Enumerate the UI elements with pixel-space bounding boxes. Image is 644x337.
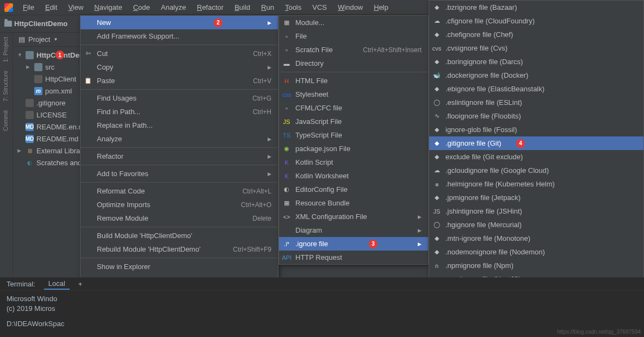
terminal-body[interactable]: Microsoft Windo (c) 2019 Micros D:\IDEAW… bbox=[0, 291, 644, 332]
menu-item-label: Add to Favorites bbox=[97, 170, 148, 178]
menubar-item-navigate[interactable]: Navigate bbox=[89, 1, 127, 14]
context-item[interactable]: Find in Path...Ctrl+H bbox=[81, 105, 278, 118]
ignore-item[interactable]: ☁.gcloudignore file (Google Cloud) bbox=[429, 164, 643, 177]
ignore-item[interactable]: JS.jshintignore file (JSHint) bbox=[429, 204, 643, 218]
new-item[interactable]: ▫CFML/CFC file bbox=[279, 101, 428, 115]
ignore-item[interactable]: ◆.bzrignore file (Bazaar) bbox=[429, 1, 643, 14]
ignore-item[interactable]: ◆.jpmignore file (Jetpack) bbox=[429, 191, 643, 204]
menubar-item-window[interactable]: Window bbox=[332, 1, 368, 14]
menu-item-label: .helmignore file (Kubernetes Helm) bbox=[445, 180, 555, 188]
menubar-item-code[interactable]: Code bbox=[128, 1, 156, 14]
annotation-badge: 3 bbox=[369, 240, 377, 248]
context-item[interactable]: Replace in Path... bbox=[81, 118, 278, 132]
stripe-button-structure[interactable]: 7: Structure bbox=[0, 66, 11, 106]
new-item[interactable]: ◐EditorConfig File bbox=[279, 183, 428, 196]
ignore-item[interactable]: ◆ignore-glob file (Fossil) bbox=[429, 123, 643, 136]
menu-item-label: Diagram bbox=[295, 226, 322, 234]
context-item[interactable]: Optimize ImportsCtrl+Alt+O bbox=[81, 198, 278, 211]
menu-item-icon: ☁ bbox=[432, 166, 441, 175]
context-item[interactable]: Find UsagesCtrl+G bbox=[81, 91, 278, 105]
menubar-item-vcs[interactable]: VCS bbox=[307, 1, 332, 14]
new-item[interactable]: ▦Resource Bundle bbox=[279, 196, 428, 210]
new-item[interactable]: ▫Scratch FileCtrl+Alt+Shift+Insert bbox=[279, 43, 428, 57]
new-item[interactable]: cssStylesheet bbox=[279, 88, 428, 101]
new-item[interactable]: KKotlin Worksheet bbox=[279, 169, 428, 183]
context-item[interactable]: Add to Favorites▶ bbox=[81, 167, 278, 180]
menu-item-label: .ebignore file (ElasticBeanstalk) bbox=[445, 85, 544, 93]
menu-item-shortcut: Ctrl+Alt+L bbox=[226, 188, 271, 195]
context-item[interactable]: 📋PasteCtrl+V bbox=[81, 74, 278, 88]
context-item[interactable]: Reformat CodeCtrl+Alt+L bbox=[81, 184, 278, 198]
menubar-item-build[interactable]: Build bbox=[229, 1, 256, 14]
context-item[interactable]: Show in Explorer bbox=[81, 260, 278, 273]
menubar-item-refactor[interactable]: Refactor bbox=[191, 1, 229, 14]
stripe-button-project[interactable]: 1: Project bbox=[0, 33, 11, 66]
menu-item-label: XML Configuration File bbox=[295, 213, 367, 221]
new-item[interactable]: ◉package.json File bbox=[279, 142, 428, 155]
ignore-item[interactable]: ◆exclude file (Git exclude) bbox=[429, 150, 643, 164]
context-item[interactable]: Analyze▶ bbox=[81, 132, 278, 146]
new-item[interactable]: TSTypeScript File bbox=[279, 128, 428, 142]
menubar-item-edit[interactable]: Edit bbox=[40, 1, 63, 14]
ignore-item[interactable]: cvs.cvsignore file (Cvs) bbox=[429, 41, 643, 55]
menubar-item-view[interactable]: View bbox=[63, 1, 89, 14]
menubar-item-analyze[interactable]: Analyze bbox=[156, 1, 191, 14]
new-item[interactable]: ▫File bbox=[279, 29, 428, 43]
ignore-item[interactable]: ◆.chefignore file (Chef) bbox=[429, 28, 643, 41]
stripe-button-commit[interactable]: Commit bbox=[0, 106, 11, 135]
terminal-title: Terminal: bbox=[7, 280, 35, 288]
context-item[interactable]: Refactor▶ bbox=[81, 149, 278, 163]
menu-item-label: Show in Explorer bbox=[97, 263, 150, 271]
ignore-item[interactable]: ◆.nodemonignore file (Nodemon) bbox=[429, 245, 643, 259]
menu-item-icon: ◆ bbox=[432, 85, 441, 93]
ignore-item[interactable]: ◯.hgignore file (Mercurial) bbox=[429, 218, 643, 232]
context-item[interactable]: Build Module 'HttpClientDemo' bbox=[81, 229, 278, 242]
ignore-item[interactable]: ◆.ebignore file (ElasticBeanstalk) bbox=[429, 82, 643, 96]
ignore-item[interactable]: ⎈.helmignore file (Kubernetes Helm) bbox=[429, 177, 643, 191]
context-item[interactable]: Add Framework Support... bbox=[81, 29, 278, 43]
menubar-item-tools[interactable]: Tools bbox=[280, 1, 307, 14]
new-item[interactable]: ▬Directory bbox=[279, 57, 428, 70]
ignore-item[interactable]: 🐋.dockerignore file (Docker) bbox=[429, 68, 643, 82]
menubar-item-file[interactable]: File bbox=[17, 1, 40, 14]
menu-item-icon: ◆ bbox=[432, 3, 441, 12]
new-item[interactable]: KKotlin Script bbox=[279, 155, 428, 169]
new-item[interactable]: APIHTTP Request bbox=[279, 251, 428, 264]
new-item[interactable]: JSJavaScript File bbox=[279, 115, 428, 128]
menu-item-label: .flooignore file (Floobits) bbox=[445, 112, 521, 120]
terminal-add-tab-button[interactable]: + bbox=[78, 280, 83, 288]
ignore-item[interactable]: ☁.cfignore file (CloudFoundry) bbox=[429, 14, 643, 28]
ignore-item[interactable]: ∿.flooignore file (Floobits) bbox=[429, 109, 643, 123]
submenu-new: ▦Module...▫File▫Scratch FileCtrl+Alt+Shi… bbox=[278, 15, 429, 265]
ignore-item[interactable]: ◆.boringignore file (Darcs) bbox=[429, 55, 643, 68]
new-item[interactable]: Diagram▶ bbox=[279, 223, 428, 237]
new-item[interactable]: HHTML File bbox=[279, 74, 428, 88]
menu-item-label: .dockerignore file (Docker) bbox=[445, 71, 528, 79]
menu-item-icon: ∿ bbox=[432, 112, 441, 121]
context-item[interactable]: Rebuild Module 'HttpClientDemo'Ctrl+Shif… bbox=[81, 242, 278, 256]
menubar-item-help[interactable]: Help bbox=[368, 1, 394, 14]
menu-item-label: .bzrignore file (Bazaar) bbox=[445, 3, 517, 11]
ignore-item[interactable]: ◆.gitignore file (Git)4 bbox=[429, 136, 643, 150]
breadcrumb[interactable]: HttpClientDemo bbox=[4, 20, 67, 28]
context-item[interactable]: Remove ModuleDelete bbox=[81, 211, 278, 225]
context-item[interactable]: New▶2 bbox=[81, 16, 278, 29]
ignore-item[interactable]: ◯.eslintignore file (ESLint) bbox=[429, 96, 643, 109]
new-item[interactable]: .i*.ignore file▶3 bbox=[279, 237, 428, 251]
terminal-tab-local[interactable]: Local bbox=[44, 278, 70, 290]
menu-item-icon: ◉ bbox=[282, 145, 291, 153]
menubar-item-run[interactable]: Run bbox=[256, 1, 280, 14]
ignore-item[interactable]: n.npmignore file (Npm) bbox=[429, 259, 643, 272]
menu-item-icon: JS bbox=[432, 207, 441, 216]
context-item[interactable]: ✄CutCtrl+X bbox=[81, 47, 278, 60]
new-item[interactable]: ▦Module... bbox=[279, 16, 428, 29]
menu-item-icon: 📋 bbox=[84, 77, 92, 85]
submenu-arrow-icon: ▶ bbox=[257, 20, 271, 26]
new-item[interactable]: <>XML Configuration File▶ bbox=[279, 210, 428, 223]
ignore-item[interactable]: ◆.mtn-ignore file (Monotone) bbox=[429, 232, 643, 245]
menu-item-label: .gcloudignore file (Google Cloud) bbox=[445, 166, 549, 174]
menu-item-label: Directory bbox=[295, 59, 324, 67]
menu-item-label: Resource Bundle bbox=[295, 199, 350, 207]
context-item[interactable]: Copy▶ bbox=[81, 60, 278, 74]
menu-item-icon: TS bbox=[282, 131, 291, 140]
